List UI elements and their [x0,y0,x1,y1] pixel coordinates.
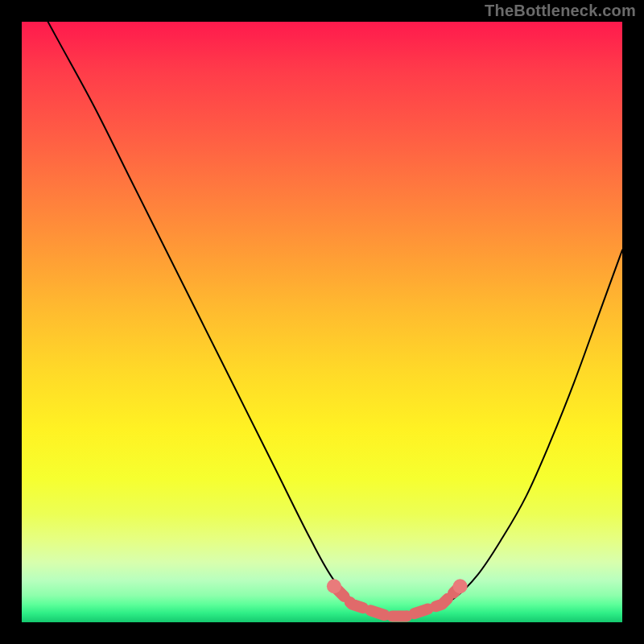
optimal-range-endpoint [327,579,341,593]
watermark-text: TheBottleneck.com [485,2,636,20]
bottleneck-curve [22,22,622,617]
chart-frame: TheBottleneck.com [0,0,644,644]
plot-area [22,22,622,622]
curve-layer [22,22,622,622]
optimal-range-endpoint [453,579,468,593]
optimal-range-markers [327,579,468,616]
optimal-range-path [334,586,460,616]
